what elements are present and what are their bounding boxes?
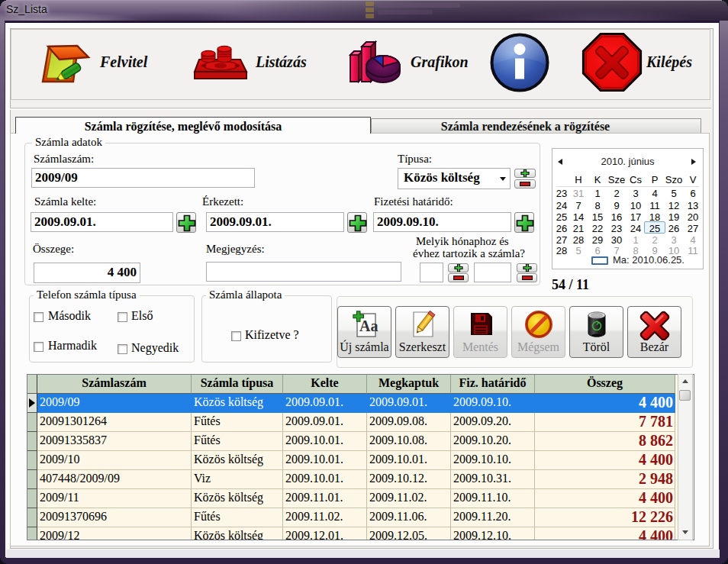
svg-text:Aa: Aa — [359, 317, 378, 334]
